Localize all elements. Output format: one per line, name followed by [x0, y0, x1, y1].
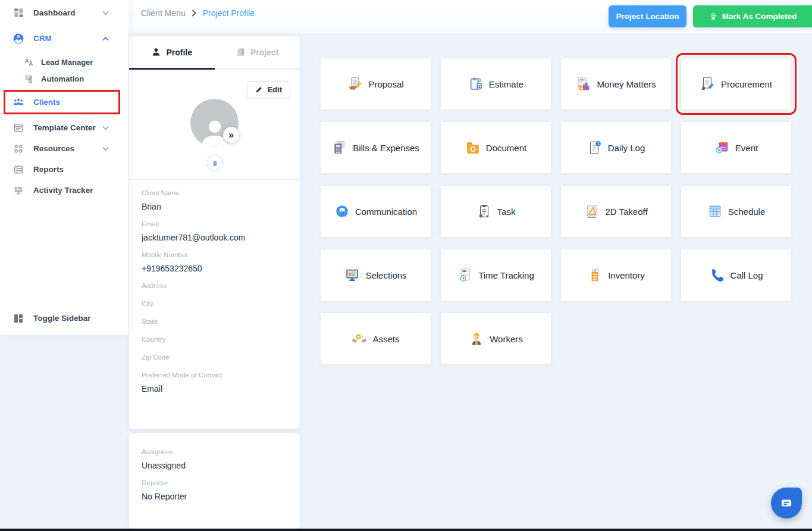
sidebar-item-automation[interactable]: Automation	[0, 70, 128, 87]
assignment-field-label: Reporter	[142, 479, 287, 486]
profile-field-value: Email	[142, 384, 291, 393]
toggle-sidebar-icon	[12, 313, 24, 324]
tile-label: Estimate	[489, 79, 523, 89]
top-bar: Client Menu Project Profile Project Loca…	[128, 0, 812, 33]
breadcrumb-client-menu[interactable]: Client Menu	[141, 8, 186, 18]
tile-inventory[interactable]: Inventory	[560, 249, 672, 301]
sidebar-item-reports[interactable]: Reports	[0, 159, 128, 180]
sidebar-item-label: Dashboard	[33, 8, 76, 17]
profile-field-value: +919653232650	[142, 264, 291, 273]
sidebar-item-crm[interactable]: CRM	[0, 28, 128, 49]
chevron-up-icon	[99, 33, 111, 45]
tile-estimate[interactable]: Estimate	[440, 58, 551, 110]
divider	[129, 179, 300, 180]
mark-as-completed-button[interactable]: Mark As Completed	[693, 5, 812, 27]
sidebar-item-dashboard[interactable]: Dashboard	[0, 2, 128, 23]
tab-profile[interactable]: Profile	[129, 36, 215, 68]
assignment-card: AssigneesUnassignedReporterNo Reporter	[129, 433, 300, 529]
sidebar-item-label: Reports	[33, 165, 64, 174]
tile-procurement[interactable]: Procurement	[681, 58, 792, 110]
profile-field-label: Address	[142, 282, 291, 289]
tile-selections[interactable]: Selections	[320, 249, 431, 301]
tile-label: Procurement	[721, 79, 772, 89]
tab-project-label: Project	[250, 48, 278, 57]
tile-label: Assets	[372, 334, 399, 344]
sidebar-item-label: Automation	[41, 74, 84, 83]
inventory-icon	[587, 267, 603, 283]
profile-field-label: Email	[142, 220, 291, 227]
sidebar-footer: Toggle Sidebar	[0, 308, 128, 329]
sidebar-nav: DashboardCRMLead ManagerAutomationClient…	[0, 2, 128, 201]
tile-call-log[interactable]: Call Log	[681, 249, 792, 301]
tile-money-matters[interactable]: Money Matters	[560, 58, 672, 110]
tile-label: 2D Takeoff	[605, 207, 647, 217]
time-tracking-icon	[457, 267, 473, 283]
pencil-icon	[255, 86, 263, 93]
sidebar-item-resources[interactable]: Resources	[0, 138, 128, 159]
tile-label: Task	[497, 207, 516, 217]
sidebar-item-label: Lead Manager	[41, 58, 93, 67]
avatar-expand-button[interactable]: »	[223, 127, 239, 143]
tile-label: Time Tracking	[478, 270, 534, 280]
tile-label: Money Matters	[597, 79, 656, 89]
tile-label: Schedule	[728, 207, 766, 217]
mark-as-completed-label: Mark As Completed	[722, 12, 797, 21]
project-doc-icon	[236, 47, 246, 57]
remove-avatar-button[interactable]	[206, 155, 223, 171]
dashboard-icon	[12, 7, 24, 19]
tile-assets[interactable]: Assets	[320, 313, 431, 365]
profile-field-value: jackturner781@outlook.com	[142, 233, 291, 242]
edit-button[interactable]: Edit	[247, 81, 290, 98]
tile-time-tracking[interactable]: Time Tracking	[440, 249, 551, 301]
tile-label: Workers	[490, 334, 523, 344]
assignment-field-value: Unassigned	[142, 461, 287, 470]
tile-communication[interactable]: Communication	[320, 185, 431, 238]
tile-task[interactable]: Task	[440, 185, 551, 238]
lead-manager-icon	[24, 57, 34, 67]
assignment-field-value: No Reporter	[142, 492, 287, 501]
communication-icon	[334, 204, 350, 219]
profile-field-label: State	[142, 318, 291, 325]
chevron-right-icon	[192, 10, 197, 17]
profile-field-label: Zip Code	[142, 354, 291, 361]
tile-label: Communication	[355, 207, 417, 217]
tile-bills-expenses[interactable]: Bills & Expenses	[320, 121, 431, 174]
toggle-sidebar-button[interactable]: Toggle Sidebar	[0, 308, 128, 329]
tile-workers[interactable]: Workers	[440, 313, 551, 365]
tile-schedule[interactable]: Schedule	[681, 185, 792, 238]
sidebar-item-label: CRM	[33, 34, 52, 43]
sidebar-item-lead-manager[interactable]: Lead Manager	[0, 54, 128, 70]
sidebar-item-template-center[interactable]: Template Center	[0, 117, 128, 138]
tile-2d-takeoff[interactable]: 2D Takeoff	[560, 185, 672, 238]
tile-document[interactable]: Document	[440, 121, 551, 174]
sidebar: DashboardCRMLead ManagerAutomationClient…	[0, 0, 128, 335]
profile-field-label: Mobile Number	[142, 251, 291, 258]
chevron-down-icon	[99, 143, 111, 155]
automation-icon	[24, 74, 34, 84]
sidebar-item-label: Template Center	[33, 123, 96, 132]
sidebar-item-activity-tracker[interactable]: Activity Tracker	[0, 180, 128, 201]
event-icon	[714, 140, 730, 155]
profile-field-value: Brian	[142, 202, 291, 211]
tile-daily-log[interactable]: Daily Log	[560, 121, 672, 174]
profile-field-label: Preferred Mode of Contact	[142, 371, 291, 379]
profile-field-label: City	[142, 300, 291, 307]
tile-label: Document	[486, 143, 526, 153]
person-icon	[151, 47, 161, 57]
project-location-button[interactable]: Project Location	[609, 5, 686, 27]
tab-project[interactable]: Project	[215, 36, 300, 68]
sidebar-item-clients[interactable]: Clients	[0, 92, 128, 113]
schedule-icon	[707, 204, 723, 219]
reports-icon	[12, 164, 24, 176]
breadcrumb: Client Menu Project Profile	[141, 8, 255, 18]
medal-icon	[708, 12, 718, 21]
chat-launcher-button[interactable]	[771, 488, 802, 518]
tile-label: Event	[735, 143, 758, 153]
sidebar-item-label: Resources	[33, 144, 74, 153]
tile-event[interactable]: Event	[681, 121, 792, 174]
selections-icon	[344, 267, 360, 283]
daily-log-icon	[587, 140, 603, 155]
tile-proposal[interactable]: Proposal	[320, 58, 431, 110]
edit-button-label: Edit	[267, 85, 282, 94]
assignment-field-label: Assignees	[142, 448, 287, 455]
